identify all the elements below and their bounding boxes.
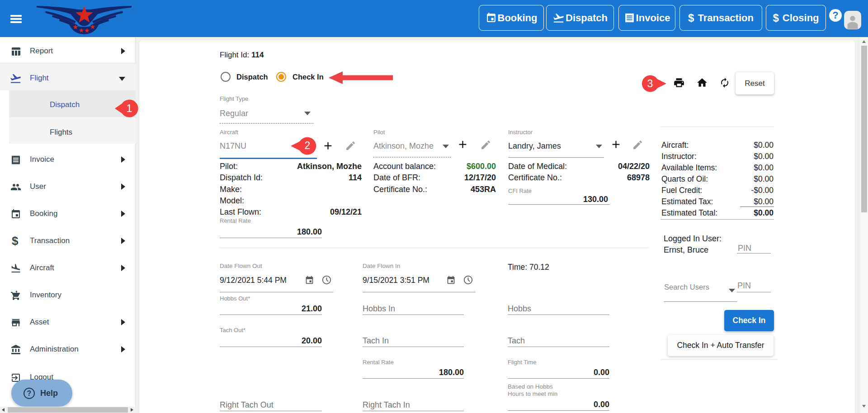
svg-text:2: 2 — [305, 140, 311, 151]
svg-text:3: 3 — [647, 78, 653, 89]
svg-text:1: 1 — [127, 103, 132, 114]
